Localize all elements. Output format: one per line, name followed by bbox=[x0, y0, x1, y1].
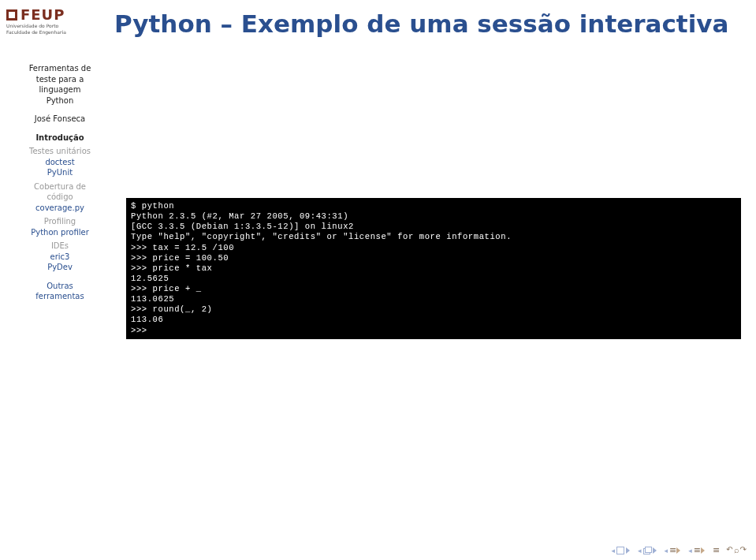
nav-outras-ferramentas[interactable]: ferramentas bbox=[5, 291, 115, 302]
chevron-right-icon bbox=[701, 547, 705, 554]
chevron-right-icon bbox=[626, 547, 630, 554]
redo-arrow-icon: ↷ bbox=[740, 545, 747, 555]
subsection-lines-icon: ≡ bbox=[694, 545, 699, 555]
nav-ides[interactable]: IDEs bbox=[5, 241, 115, 252]
course-title-line: teste para a bbox=[5, 74, 115, 85]
nav-pydev[interactable]: PyDev bbox=[5, 262, 115, 273]
terminal-line: 113.06 bbox=[131, 315, 163, 324]
search-icon: ⌕ bbox=[734, 545, 739, 555]
logo-text: FEUP bbox=[20, 6, 65, 23]
nav-python-profiler[interactable]: Python profiler bbox=[5, 227, 115, 238]
course-title-line: Ferramentas de bbox=[5, 63, 115, 74]
nav-subsection-prev-next[interactable]: ◂ ≡ bbox=[688, 545, 705, 555]
nav-coveragepy[interactable]: coverage.py bbox=[5, 203, 115, 214]
terminal-line: Type "help", "copyright", "credits" or "… bbox=[131, 232, 512, 241]
beamer-nav-bar: ◂ ◂ ◂ ≡ ◂ ≡ ≡ ↶ ⌕ ↷ bbox=[611, 545, 747, 555]
logo-sub-1: Universidade do Porto bbox=[6, 24, 73, 29]
nav-introducao[interactable]: Introdução bbox=[5, 133, 115, 144]
nav-outline-icon[interactable]: ≡ bbox=[713, 545, 718, 555]
chevron-left-icon: ◂ bbox=[665, 547, 668, 554]
chevron-right-icon bbox=[676, 547, 680, 554]
slide-title: Python – Exemplo de uma sessão interacti… bbox=[114, 9, 740, 38]
course-title-line: Python bbox=[5, 95, 115, 106]
terminal-line: >>> price + _ bbox=[131, 284, 202, 293]
nav-slide-prev-next[interactable]: ◂ bbox=[611, 547, 630, 554]
terminal-line: >>> round(_, 2) bbox=[131, 304, 213, 314]
terminal-line: >>> bbox=[131, 326, 147, 335]
chevron-left-icon: ◂ bbox=[611, 547, 615, 554]
section-lines-icon: ≡ bbox=[669, 545, 675, 555]
terminal-line: 113.0625 bbox=[131, 294, 174, 304]
terminal-line: >>> price = 100.50 bbox=[131, 253, 229, 263]
course-title-line: linguagem bbox=[5, 84, 115, 95]
nav-frame-prev-next[interactable]: ◂ bbox=[638, 547, 657, 554]
author-name: José Fonseca bbox=[5, 114, 115, 125]
nav-testes-unitarios[interactable]: Testes unitários bbox=[5, 146, 115, 157]
terminal-line: 12.5625 bbox=[131, 274, 169, 283]
terminal-line: >>> tax = 12.5 /100 bbox=[131, 243, 234, 252]
chevron-left-icon: ◂ bbox=[638, 547, 642, 554]
nav-cobertura[interactable]: código bbox=[5, 192, 115, 203]
nav-back-forward[interactable]: ↶ ⌕ ↷ bbox=[726, 545, 747, 555]
logo-sub-2: Faculdade de Engenharia bbox=[6, 30, 73, 35]
logo-block: FEUP Universidade do Porto Faculdade de … bbox=[6, 6, 73, 35]
terminal-line: [GCC 3.3.5 (Debian 1:3.3.5-12)] on linux… bbox=[131, 222, 354, 231]
nav-section-prev-next[interactable]: ◂ ≡ bbox=[665, 545, 681, 555]
sidebar: Ferramentas de teste para a linguagem Py… bbox=[0, 63, 120, 302]
nav-eric3[interactable]: eric3 bbox=[5, 252, 115, 263]
chevron-right-icon bbox=[653, 547, 657, 554]
terminal-line: Python 2.3.5 (#2, Mar 27 2005, 09:43:31) bbox=[131, 211, 348, 221]
slide-icon bbox=[616, 547, 624, 554]
terminal-line: $ python bbox=[131, 201, 174, 211]
terminal-output: $ python Python 2.3.5 (#2, Mar 27 2005, … bbox=[126, 198, 741, 339]
undo-arrow-icon: ↶ bbox=[726, 545, 732, 555]
chevron-left-icon: ◂ bbox=[688, 547, 692, 554]
terminal-line: >>> price * tax bbox=[131, 263, 213, 273]
nav-doctest[interactable]: doctest bbox=[5, 157, 115, 168]
nav-pyunit[interactable]: PyUnit bbox=[5, 167, 115, 178]
nav-outras-ferramentas[interactable]: Outras bbox=[5, 281, 115, 292]
logo-feup: FEUP bbox=[6, 6, 73, 23]
logo-mark-icon bbox=[6, 9, 17, 21]
frames-icon bbox=[643, 547, 651, 554]
nav-cobertura[interactable]: Cobertura de bbox=[5, 181, 115, 192]
nav-profiling[interactable]: Profiling bbox=[5, 216, 115, 227]
